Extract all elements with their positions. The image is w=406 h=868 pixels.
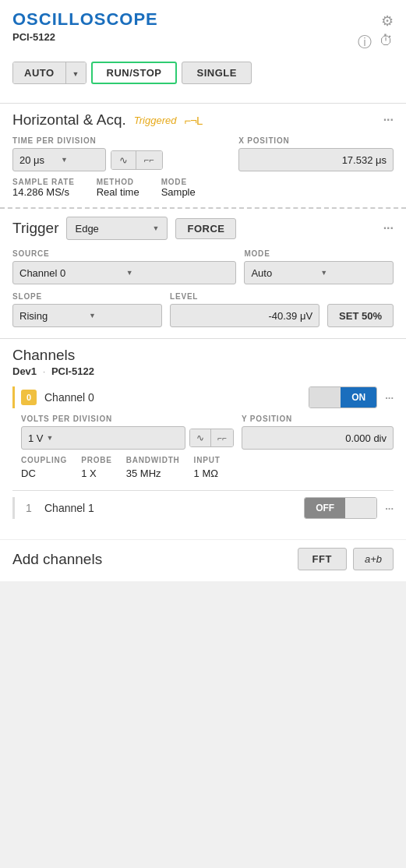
status-badge: Triggered xyxy=(134,115,177,126)
volt-waveform-btn-2[interactable]: ⌐⌐ xyxy=(211,429,233,446)
time-x-row: TIME PER DIVISION 20 μs ▼ ∿ ⌐⌐ X POSITIO… xyxy=(12,136,394,171)
header-icons: ⚙ xyxy=(381,12,394,30)
sample-rate-value: 14.286 MS/s xyxy=(12,186,75,198)
volt-waveform-btn-1[interactable]: ∿ xyxy=(190,429,211,446)
section-header: Horizontal & Acq. Triggered ⌐¬L ··· xyxy=(12,111,394,129)
probe-label: PROBE xyxy=(81,456,112,464)
channel0-row: 0 Channel 0 ON ··· xyxy=(12,386,394,408)
channel0-menu-icon[interactable]: ··· xyxy=(385,392,394,404)
add-channels-title: Add channels xyxy=(12,551,291,568)
info-icon[interactable]: ⓘ xyxy=(358,33,372,51)
probe-value: 1 X xyxy=(81,468,112,479)
time-per-div-select[interactable]: 20 μs ▼ xyxy=(12,148,106,171)
coupling-row: COUPLING DC PROBE 1 X BANDWIDTH 35 MHz I… xyxy=(21,456,394,479)
channel1-num: 1 xyxy=(21,502,37,514)
ab-button[interactable]: a+b xyxy=(353,548,394,570)
channel0-badge: 0 xyxy=(21,390,37,405)
trig-mode-label: MODE xyxy=(244,249,394,258)
run-stop-button[interactable]: RUN/STOP xyxy=(91,62,178,84)
method-value: Real time xyxy=(97,186,139,198)
channel0-toggle[interactable]: ON xyxy=(309,386,377,408)
trig-source-label: SOURCE xyxy=(12,249,236,258)
trig-mode-col: MODE Auto ▼ xyxy=(244,249,394,284)
trig-source-arrow-icon: ▼ xyxy=(126,269,230,277)
trig-mode-select[interactable]: Auto ▼ xyxy=(244,261,394,284)
info-row: SAMPLE RATE 14.286 MS/s METHOD Real time… xyxy=(12,178,394,198)
x-position-label: X POSITION xyxy=(238,136,394,145)
mode-cell: MODE Sample xyxy=(161,178,196,198)
waveform-btn-2[interactable]: ⌐⌐ xyxy=(136,151,162,169)
channel1-name: Channel 1 xyxy=(44,502,296,514)
auto-dropdown-button[interactable]: ▼ xyxy=(65,62,86,83)
volts-per-div-col: VOLTS PER DIVISION 1 V ▼ ∿ ⌐⌐ xyxy=(21,415,234,450)
fft-button[interactable]: FFT xyxy=(298,548,347,570)
channels-title: Channels xyxy=(12,347,394,364)
slope-level-row: SLOPE Rising ▼ LEVEL -40.39 μV SET 50% xyxy=(12,292,394,327)
channels-panel: Channels Dev1 · PCI-5122 0 Channel 0 ON … xyxy=(0,339,406,539)
time-per-div-value: 20 μs xyxy=(19,154,58,166)
coupling-value: DC xyxy=(21,468,67,479)
volt-row: VOLTS PER DIVISION 1 V ▼ ∿ ⌐⌐ Y POSITION… xyxy=(21,415,394,450)
input-value: 1 MΩ xyxy=(194,468,221,479)
slope-col: SLOPE Rising ▼ xyxy=(12,292,162,327)
header-section: OSCILLOSCOPE ⚙ PCI-5122 ⓘ ⏱ AUTO ▼ RUN/S… xyxy=(0,0,406,104)
trigger-type-arrow-icon: ▼ xyxy=(153,224,160,232)
toolbar-row: AUTO ▼ RUN/STOP SINGLE xyxy=(12,62,394,84)
channel0-toggle-on-part[interactable]: ON xyxy=(341,387,376,408)
time-per-div-label: TIME PER DIVISION xyxy=(12,136,229,145)
volts-per-div-value: 1 V xyxy=(28,432,44,444)
waveform-btns-group: ∿ ⌐⌐ xyxy=(111,150,163,170)
horizontal-title: Horizontal & Acq. xyxy=(12,111,126,129)
single-button[interactable]: SINGLE xyxy=(182,62,251,84)
time-per-div-arrow-icon: ▼ xyxy=(61,156,99,164)
gear-icon[interactable]: ⚙ xyxy=(381,12,394,30)
channel1-toggle-off-part[interactable]: OFF xyxy=(305,498,345,518)
level-input[interactable]: -40.39 μV xyxy=(170,304,320,327)
mode-value: Sample xyxy=(161,186,196,198)
trigger-type-select[interactable]: Edge ▼ xyxy=(66,217,168,240)
volt-waveform-btns: ∿ ⌐⌐ xyxy=(189,429,234,447)
slope-value: Rising xyxy=(19,310,86,322)
input-label: INPUT xyxy=(194,456,221,464)
volts-per-div-select[interactable]: 1 V ▼ xyxy=(21,426,185,450)
history-icon[interactable]: ⏱ xyxy=(380,33,394,51)
channel1-menu-icon[interactable]: ··· xyxy=(385,503,394,514)
trigger-title: Trigger xyxy=(12,220,58,237)
device-info: Dev1 · PCI-5122 xyxy=(12,365,394,377)
sample-rate-cell: SAMPLE RATE 14.286 MS/s xyxy=(12,178,75,198)
bandwidth-label: BANDWIDTH xyxy=(126,456,180,464)
trigger-menu-icon[interactable]: ··· xyxy=(383,221,394,235)
trigger-panel: Trigger Edge ▼ FORCE ··· SOURCE Channel … xyxy=(0,209,406,339)
x-position-input[interactable]: 17.532 μs xyxy=(238,148,394,171)
probe-cell: PROBE 1 X xyxy=(81,456,112,479)
y-position-input[interactable]: 0.000 div xyxy=(242,426,394,450)
set50-button[interactable]: SET 50% xyxy=(327,304,394,327)
add-channels-row: Add channels FFT a+b xyxy=(0,539,406,581)
volts-per-div-label: VOLTS PER DIVISION xyxy=(21,415,234,423)
waveform-btn-1[interactable]: ∿ xyxy=(111,151,136,169)
input-cell: INPUT 1 MΩ xyxy=(194,456,221,479)
bandwidth-value: 35 MHz xyxy=(126,468,180,479)
trig-source-value: Channel 0 xyxy=(19,267,123,279)
method-cell: METHOD Real time xyxy=(97,178,139,198)
auto-dropdown-arrow-icon: ▼ xyxy=(72,70,79,78)
slope-arrow-icon: ▼ xyxy=(89,312,155,319)
trig-source-select[interactable]: Channel 0 ▼ xyxy=(12,261,236,284)
trigger-waveform-icon: ⌐¬L xyxy=(184,114,202,127)
device-name: PCI-5122 xyxy=(12,31,55,43)
force-button[interactable]: FORCE xyxy=(175,218,236,239)
auto-button[interactable]: AUTO xyxy=(13,62,65,83)
trig-mode-arrow-icon: ▼ xyxy=(320,269,387,277)
horizontal-section: Horizontal & Acq. Triggered ⌐¬L ··· TIME… xyxy=(0,104,406,209)
channel1-toggle-on-part[interactable] xyxy=(345,498,376,518)
coupling-label: COUPLING xyxy=(21,456,67,464)
trigger-header: Trigger Edge ▼ FORCE ··· xyxy=(12,217,394,240)
trig-mode-value: Auto xyxy=(251,267,317,279)
channel-divider xyxy=(12,490,394,491)
channel1-toggle[interactable]: OFF xyxy=(304,497,377,519)
channel0-toggle-off-part[interactable] xyxy=(309,387,341,408)
slope-select[interactable]: Rising ▼ xyxy=(12,304,162,327)
y-position-col: Y POSITION 0.000 div xyxy=(242,415,394,450)
horizontal-menu-icon[interactable]: ··· xyxy=(383,113,394,127)
channel1-row: 1 Channel 1 OFF ··· xyxy=(12,497,394,519)
